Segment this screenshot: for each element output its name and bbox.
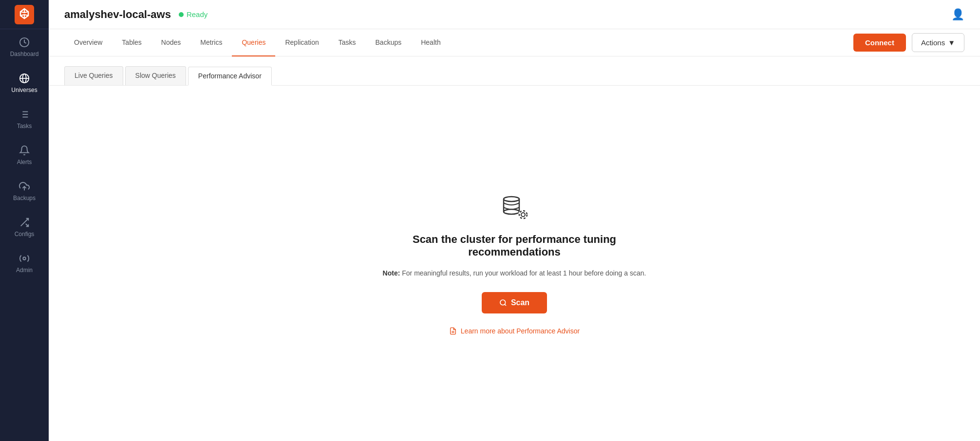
tab-tasks[interactable]: Tasks: [329, 29, 366, 56]
admin-icon: [19, 253, 30, 264]
tab-overview[interactable]: Overview: [64, 29, 112, 56]
actions-label: Actions: [921, 38, 945, 47]
sidebar-item-label: Dashboard: [10, 51, 39, 57]
page-header: amalyshev-local-aws Ready 👤: [49, 0, 980, 29]
tab-health[interactable]: Health: [411, 29, 450, 56]
universes-icon: [19, 73, 30, 84]
tab-replication[interactable]: Replication: [275, 29, 328, 56]
note-label: Note:: [383, 269, 400, 277]
sidebar-item-dashboard[interactable]: Dashboard: [0, 29, 49, 65]
sidebar-item-label: Universes: [11, 87, 37, 93]
learn-more-link[interactable]: Learn more about Performance Advisor: [449, 327, 580, 335]
tab-tables[interactable]: Tables: [112, 29, 151, 56]
svg-point-19: [504, 209, 519, 214]
sub-tabs: Live Queries Slow Queries Performance Ad…: [49, 56, 980, 86]
performance-advisor-panel: Scan the cluster for performance tuning …: [368, 192, 660, 335]
backups-icon: [19, 181, 30, 192]
content-area: Scan the cluster for performance tuning …: [49, 86, 980, 441]
nav-tabs: Overview Tables Nodes Metrics Queries Re…: [49, 29, 980, 56]
user-icon[interactable]: 👤: [951, 8, 964, 21]
sidebar-item-tasks[interactable]: Tasks: [0, 101, 49, 137]
sidebar-item-label: Backups: [13, 195, 36, 202]
sidebar-item-admin[interactable]: Admin: [0, 245, 49, 281]
tasks-icon: [19, 109, 30, 120]
svg-point-23: [500, 300, 506, 305]
database-gear-icon: [499, 192, 530, 223]
document-icon: [449, 327, 457, 335]
tab-metrics[interactable]: Metrics: [190, 29, 232, 56]
sidebar-item-label: Configs: [15, 231, 35, 238]
svg-point-15: [504, 197, 519, 202]
actions-button[interactable]: Actions ▼: [912, 33, 964, 52]
sidebar-item-configs[interactable]: Configs: [0, 209, 49, 245]
tab-backups[interactable]: Backups: [366, 29, 412, 56]
chevron-down-icon: ▼: [948, 38, 955, 47]
note-text: For meaningful results, run your workloa…: [402, 269, 646, 277]
scan-note: Note: For meaningful results, run your w…: [383, 268, 646, 278]
alerts-icon: [19, 145, 30, 156]
learn-more-text: Learn more about Performance Advisor: [461, 327, 580, 335]
scan-button[interactable]: Scan: [482, 292, 547, 313]
sidebar-item-backups[interactable]: Backups: [0, 173, 49, 209]
sidebar-item-label: Alerts: [17, 159, 32, 165]
scan-button-label: Scan: [511, 298, 529, 307]
page-title: amalyshev-local-aws: [64, 8, 171, 21]
sidebar-logo: [0, 0, 49, 29]
sidebar-item-universes[interactable]: Universes: [0, 65, 49, 101]
sidebar-item-label: Tasks: [17, 123, 32, 129]
status-dot: [179, 12, 184, 17]
svg-point-14: [23, 257, 26, 260]
connect-button[interactable]: Connect: [853, 34, 906, 52]
sidebar: Dashboard Universes Tasks Alerts: [0, 0, 49, 441]
status-badge: Ready: [179, 10, 207, 18]
tab-nodes[interactable]: Nodes: [151, 29, 190, 56]
sidebar-item-alerts[interactable]: Alerts: [0, 137, 49, 173]
sidebar-item-label: Admin: [16, 267, 33, 274]
sub-tab-live-queries[interactable]: Live Queries: [64, 66, 123, 85]
logo-icon: [15, 5, 34, 24]
dashboard-icon: [19, 37, 30, 48]
tab-queries[interactable]: Queries: [232, 29, 275, 56]
sub-tab-slow-queries[interactable]: Slow Queries: [125, 66, 186, 85]
status-label: Ready: [187, 10, 207, 18]
sub-tab-performance-advisor[interactable]: Performance Advisor: [188, 67, 272, 86]
main-content: amalyshev-local-aws Ready 👤 Overview Tab…: [49, 0, 980, 441]
search-icon: [499, 299, 507, 307]
configs-icon: [19, 217, 30, 228]
performance-advisor-title: Scan the cluster for performance tuning …: [368, 233, 660, 258]
svg-line-24: [505, 304, 506, 306]
